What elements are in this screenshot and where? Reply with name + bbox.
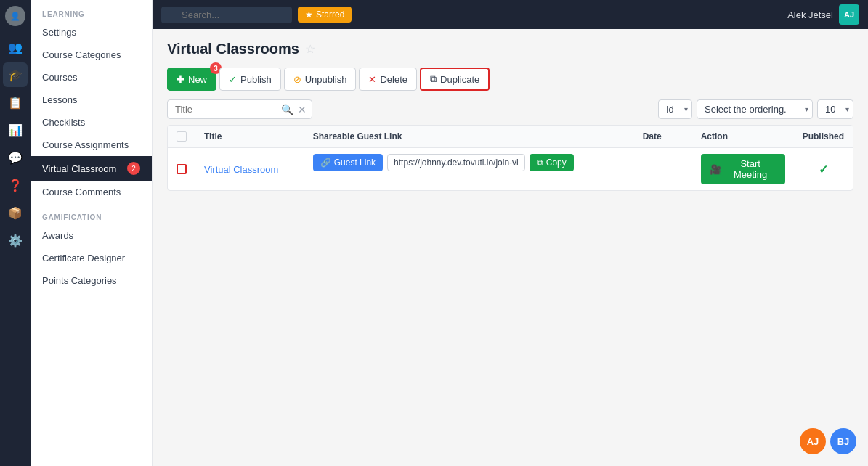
sidebar-item-points-categories-label: Points Categories	[42, 275, 117, 286]
unpublish-button-label: Unpublish	[305, 74, 347, 85]
row-date-cell	[634, 148, 692, 191]
topbar-avatar[interactable]: AJ	[839, 4, 859, 25]
virtual-classroom-badge: 2	[127, 162, 140, 175]
nav-icon-users[interactable]: 👥	[3, 35, 28, 60]
nav-icon-courses[interactable]: 🎓	[3, 62, 28, 87]
perpage-select[interactable]: 10	[817, 99, 853, 119]
ordering-select[interactable]: Select the ordering.	[697, 99, 813, 119]
bottom-avatar-1[interactable]: AJ	[800, 428, 826, 454]
nav-icon-packages[interactable]: 📦	[3, 200, 28, 225]
star-icon: ★	[305, 9, 313, 20]
filter-clear-icon[interactable]: ✕	[298, 104, 307, 115]
duplicate-button[interactable]: ⧉ Duplicate	[420, 68, 490, 91]
filter-search-icon[interactable]: 🔍	[281, 104, 293, 115]
select-all-checkbox[interactable]	[177, 131, 187, 142]
new-button[interactable]: ✚ New 3	[167, 68, 216, 91]
sidebar-item-course-comments-label: Course Comments	[42, 187, 121, 197]
content-area: Virtual Classrooms ☆ ✚ New 3 ✓ Publish ⊘…	[153, 29, 868, 466]
sidebar-item-courses[interactable]: Courses	[31, 66, 152, 89]
link-icon: 🔗	[320, 158, 331, 168]
sidebar-item-lessons[interactable]: Lessons	[31, 89, 152, 111]
sidebar-item-course-assignments[interactable]: Course Assignments	[31, 134, 152, 156]
page-title: Virtual Classrooms	[167, 41, 299, 57]
th-title[interactable]: Title	[195, 126, 304, 148]
sidebar-item-virtual-classroom-label: Virtual Classroom	[42, 163, 116, 174]
sidebar-item-course-categories[interactable]: Course Categories	[31, 44, 152, 66]
new-button-label: New	[188, 74, 207, 85]
copy-button[interactable]: ⧉ Copy	[530, 154, 574, 171]
sidebar-item-virtual-classroom[interactable]: Virtual Classroom 2	[31, 156, 152, 181]
delete-icon: ✕	[368, 74, 376, 85]
topbar-right: Alek Jetsel AJ	[787, 4, 859, 25]
main-content: 🔍 ★ Starred Alek Jetsel AJ Virtual Class…	[153, 0, 868, 466]
row-checkbox-cell	[168, 148, 195, 191]
row-published-cell: ✓	[794, 148, 853, 191]
th-date: Date	[634, 126, 692, 148]
th-shareable-guest-link: Shareable Guest Link	[304, 126, 634, 148]
sidebar-item-lessons-label: Lessons	[42, 94, 77, 105]
duplicate-icon: ⧉	[430, 73, 437, 85]
page-header: Virtual Classrooms ☆	[167, 41, 853, 57]
publish-button[interactable]: ✓ Publish	[219, 68, 281, 91]
row-action-cell: 🎥 Start Meeting	[692, 148, 794, 191]
unpublish-button[interactable]: ⊘ Unpublish	[284, 68, 357, 91]
link-text: https://johnny.dev.tovuti.io/join-vi	[387, 154, 525, 171]
sidebar-item-settings-label: Settings	[42, 27, 76, 38]
sidebar-item-checklists-label: Checklists	[42, 117, 85, 128]
row-title-link[interactable]: Virtual Classroom	[204, 164, 278, 175]
video-icon: 🎥	[710, 164, 721, 175]
sidebar-item-settings[interactable]: Settings	[31, 21, 152, 44]
sidebar-item-points-categories[interactable]: Points Categories	[31, 269, 152, 292]
nav-icon-settings[interactable]: ⚙️	[3, 228, 28, 253]
sidebar-item-checklists[interactable]: Checklists	[31, 111, 152, 134]
guest-link-label: Guest Link	[334, 158, 376, 168]
starred-label: Starred	[316, 9, 344, 20]
published-checkmark: ✓	[819, 163, 828, 176]
starred-button[interactable]: ★ Starred	[298, 7, 352, 23]
favorite-icon[interactable]: ☆	[305, 42, 315, 56]
virtual-classrooms-table: Title Shareable Guest Link Date Action P…	[168, 126, 853, 190]
row-checkbox[interactable]	[177, 164, 187, 174]
nav-icon-analytics[interactable]: 📊	[3, 118, 28, 142]
nav-icon-chat[interactable]: 💬	[3, 145, 28, 170]
copy-label: Copy	[546, 158, 567, 168]
sidebar-item-course-comments[interactable]: Course Comments	[31, 181, 152, 203]
nav-icon-clipboard[interactable]: 📋	[3, 90, 28, 115]
topbar-avatar-initials: AJ	[844, 10, 854, 19]
bottom-avatars: AJ BJ	[800, 428, 856, 454]
start-meeting-button[interactable]: 🎥 Start Meeting	[701, 154, 785, 184]
th-published: Published	[794, 126, 853, 148]
perpage-select-wrap: 10 ▾	[817, 99, 853, 119]
table-container: Title Shareable Guest Link Date Action P…	[167, 125, 853, 191]
sidebar-item-courses-label: Courses	[42, 72, 77, 83]
icon-rail: 👤 👥 🎓 📋 📊 💬 ❓ 📦 ⚙️	[0, 0, 31, 466]
sidebar: LEARNING Settings Course Categories Cour…	[31, 0, 153, 466]
ordering-select-wrap: Select the ordering. ▾	[697, 99, 813, 119]
th-checkbox	[168, 126, 195, 148]
nav-icon-help[interactable]: ❓	[3, 173, 28, 197]
filter-input-wrap: 🔍 ✕	[167, 99, 312, 119]
search-input[interactable]	[161, 7, 292, 23]
topbar: 🔍 ★ Starred Alek Jetsel AJ	[153, 0, 868, 29]
delete-button-label: Delete	[380, 74, 407, 85]
sidebar-item-course-assignments-label: Course Assignments	[42, 139, 129, 150]
sidebar-item-certificate-designer[interactable]: Certificate Designer	[31, 247, 152, 269]
toolbar: ✚ New 3 ✓ Publish ⊘ Unpublish ✕ Delete ⧉…	[167, 68, 853, 91]
search-wrap: 🔍	[161, 7, 292, 23]
publish-button-label: Publish	[240, 74, 272, 85]
filter-row: 🔍 ✕ Id ▾ Select the ordering. ▾	[167, 99, 853, 119]
guest-link-button[interactable]: 🔗 Guest Link	[313, 154, 383, 171]
user-avatar-rail[interactable]: 👤	[5, 6, 25, 26]
bottom-avatar-2[interactable]: BJ	[830, 428, 856, 454]
sidebar-section-learning: LEARNING	[31, 0, 152, 21]
table-row: Virtual Classroom 🔗 Guest Link https://j…	[168, 148, 853, 191]
filter-right: Id ▾ Select the ordering. ▾ 10 ▾	[658, 99, 853, 119]
topbar-username: Alek Jetsel	[787, 9, 833, 20]
th-action: Action	[692, 126, 794, 148]
table-header-row: Title Shareable Guest Link Date Action P…	[168, 126, 853, 148]
row-title-cell: Virtual Classroom	[195, 148, 304, 191]
sidebar-item-certificate-designer-label: Certificate Designer	[42, 253, 125, 263]
id-select[interactable]: Id	[658, 99, 692, 119]
sidebar-item-awards[interactable]: Awards	[31, 224, 152, 247]
delete-button[interactable]: ✕ Delete	[359, 68, 417, 91]
